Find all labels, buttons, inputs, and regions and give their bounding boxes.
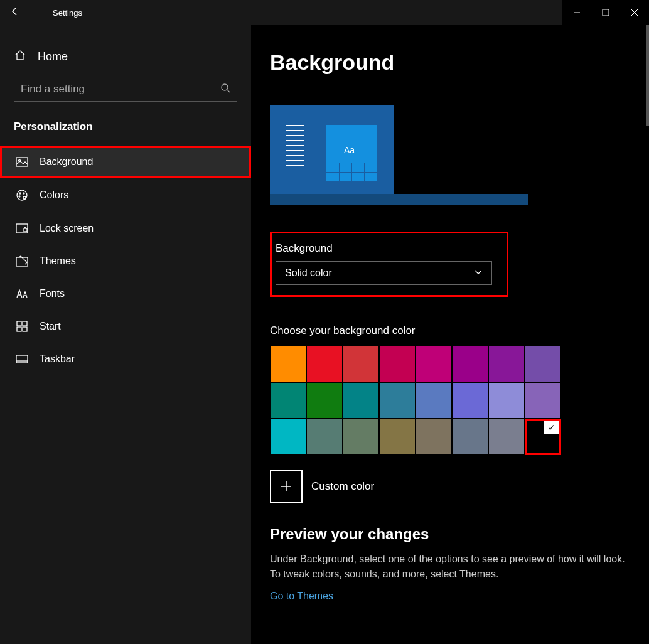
home-icon: [14, 49, 26, 64]
preview-changes-text: Under Background, select one of the opti…: [270, 552, 628, 582]
nav-item-lock-screen[interactable]: Lock screen: [0, 212, 251, 245]
svg-rect-16: [23, 321, 27, 326]
search-icon: [220, 83, 230, 95]
color-swatch[interactable]: [270, 419, 306, 455]
color-label: Choose your background color: [270, 325, 630, 337]
color-swatch[interactable]: [379, 382, 416, 419]
group-title: Personalization: [0, 121, 251, 146]
minimize-button[interactable]: [562, 0, 591, 25]
color-swatch[interactable]: [488, 419, 525, 455]
color-swatch[interactable]: [416, 346, 452, 382]
svg-rect-18: [23, 327, 27, 331]
maximize-button[interactable]: [591, 0, 620, 25]
titlebar: Settings: [0, 0, 649, 25]
start-icon: [16, 321, 28, 332]
image-icon: [16, 157, 28, 167]
nav-item-label: Fonts: [40, 288, 65, 299]
desktop-preview: [270, 105, 394, 205]
font-icon: [16, 289, 28, 299]
color-section: Choose your background color ✓ Custom co…: [270, 325, 630, 503]
color-swatch[interactable]: [488, 346, 525, 382]
nav-item-start[interactable]: Start: [0, 310, 251, 343]
color-swatch[interactable]: [452, 382, 488, 419]
svg-point-11: [19, 196, 20, 197]
svg-rect-13: [24, 228, 27, 232]
color-swatch[interactable]: [525, 346, 561, 382]
lock-icon: [16, 223, 28, 233]
main-panel: Background Background Solid color: [251, 25, 649, 644]
svg-point-10: [23, 193, 24, 194]
color-swatch[interactable]: [379, 419, 416, 455]
color-swatch[interactable]: ✓: [525, 419, 561, 455]
color-swatch[interactable]: [452, 419, 488, 455]
svg-line-5: [227, 90, 230, 92]
svg-rect-6: [16, 158, 28, 166]
color-swatch[interactable]: [306, 382, 343, 419]
color-swatch[interactable]: [379, 346, 416, 382]
nav-item-label: Themes: [40, 255, 76, 267]
nav-item-label: Taskbar: [40, 353, 75, 365]
taskbar-icon: [16, 355, 28, 363]
home-button[interactable]: Home: [0, 44, 251, 77]
preview-changes-title: Preview your changes: [270, 525, 630, 543]
palette-icon: [16, 189, 28, 201]
color-swatch[interactable]: [343, 419, 379, 455]
nav-item-colors[interactable]: Colors: [0, 178, 251, 212]
svg-point-4: [222, 84, 228, 90]
color-swatch[interactable]: [306, 419, 343, 455]
nav-item-background[interactable]: Background: [0, 146, 251, 178]
color-swatch[interactable]: [416, 419, 452, 455]
chevron-down-icon: [474, 267, 483, 279]
nav-item-label: Lock screen: [40, 223, 94, 234]
background-dropdown[interactable]: Solid color: [276, 261, 492, 285]
nav-item-label: Background: [40, 156, 93, 168]
color-swatch[interactable]: [488, 382, 525, 419]
go-to-themes-link[interactable]: Go to Themes: [270, 591, 333, 602]
nav-item-label: Colors: [40, 190, 68, 201]
search-input[interactable]: [21, 83, 220, 95]
sidebar: Home Personalization BackgroundColorsLoc…: [0, 25, 251, 644]
svg-rect-17: [17, 327, 21, 331]
home-label: Home: [38, 50, 68, 63]
svg-rect-19: [16, 355, 28, 363]
check-icon: ✓: [544, 421, 559, 434]
svg-point-9: [19, 193, 21, 194]
svg-rect-15: [17, 321, 21, 326]
nav-item-fonts[interactable]: Fonts: [0, 277, 251, 310]
close-button[interactable]: [620, 0, 649, 25]
color-grid: ✓: [270, 346, 562, 455]
color-swatch[interactable]: [306, 346, 343, 382]
nav-item-label: Start: [40, 321, 61, 332]
background-dropdown-section: Background Solid color: [270, 232, 508, 297]
svg-rect-1: [603, 9, 609, 16]
window-title: Settings: [30, 8, 82, 18]
back-button[interactable]: [0, 6, 30, 19]
dropdown-label: Background: [276, 242, 500, 255]
custom-color-button[interactable]: [270, 470, 303, 503]
page-title: Background: [270, 50, 630, 75]
taskbar-preview-extension: [393, 194, 528, 205]
color-swatch[interactable]: [343, 382, 379, 419]
color-swatch[interactable]: [343, 346, 379, 382]
color-swatch[interactable]: [416, 382, 452, 419]
dropdown-value: Solid color: [285, 267, 332, 279]
custom-color-label: Custom color: [311, 480, 374, 493]
color-swatch[interactable]: [270, 346, 306, 382]
theme-icon: [16, 255, 28, 267]
scrollbar[interactable]: [646, 25, 649, 126]
color-swatch[interactable]: [270, 382, 306, 419]
color-swatch[interactable]: [525, 382, 561, 419]
color-swatch[interactable]: [452, 346, 488, 382]
nav-item-taskbar[interactable]: Taskbar: [0, 343, 251, 375]
nav-item-themes[interactable]: Themes: [0, 245, 251, 277]
search-input-wrap[interactable]: [14, 77, 237, 102]
